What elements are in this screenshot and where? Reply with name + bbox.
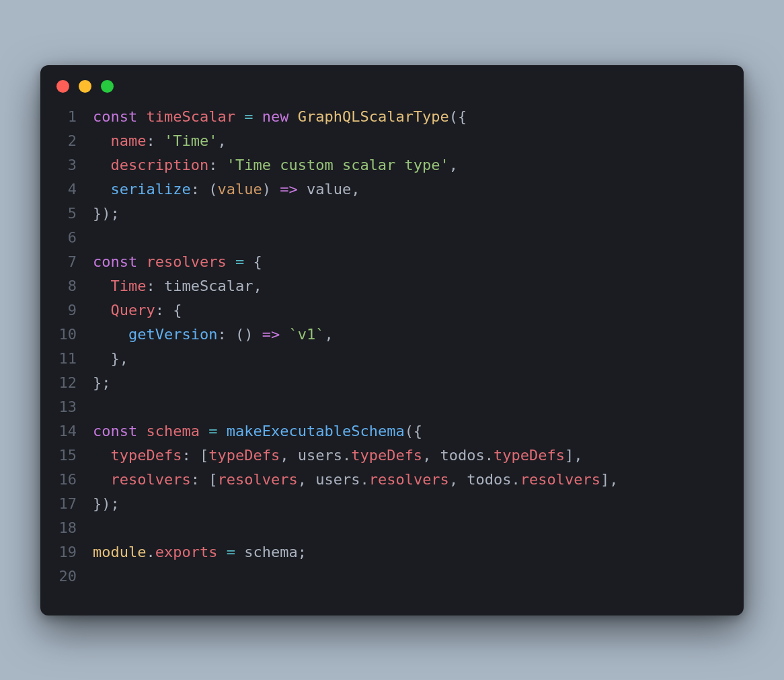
- code-line: 15 typeDefs: [typeDefs, users.typeDefs, …: [56, 443, 728, 468]
- line-number: 15: [56, 443, 93, 468]
- line-content: Query: {: [93, 298, 182, 323]
- code-line: 7const resolvers = {: [56, 250, 728, 274]
- line-content: name: 'Time',: [93, 129, 227, 153]
- code-line: 12};: [56, 371, 728, 395]
- line-content: module.exports = schema;: [93, 540, 307, 564]
- line-content: const timeScalar = new GraphQLScalarType…: [93, 105, 467, 129]
- code-line: 6: [56, 226, 728, 250]
- line-content: [93, 516, 102, 540]
- line-number: 14: [56, 419, 93, 443]
- code-window: 1const timeScalar = new GraphQLScalarTyp…: [40, 65, 744, 615]
- code-line: 16 resolvers: [resolvers, users.resolver…: [56, 468, 728, 492]
- code-line: 8 Time: timeScalar,: [56, 274, 728, 298]
- line-content: description: 'Time custom scalar type',: [93, 153, 458, 177]
- code-line: 3 description: 'Time custom scalar type'…: [56, 153, 728, 177]
- line-content: Time: timeScalar,: [93, 274, 262, 298]
- line-number: 6: [56, 226, 93, 250]
- minimize-icon[interactable]: [79, 80, 91, 93]
- line-number: 9: [56, 298, 93, 323]
- line-number: 17: [56, 492, 93, 516]
- line-content: const schema = makeExecutableSchema({: [93, 419, 422, 443]
- line-number: 10: [56, 323, 93, 347]
- line-number: 1: [56, 105, 93, 129]
- line-number: 5: [56, 202, 93, 226]
- code-line: 5});: [56, 202, 728, 226]
- line-number: 11: [56, 347, 93, 371]
- window-titlebar: [40, 65, 744, 99]
- line-number: 16: [56, 468, 93, 492]
- code-line: 18: [56, 516, 728, 540]
- line-number: 20: [56, 564, 93, 589]
- line-number: 4: [56, 177, 93, 202]
- code-line: 10 getVersion: () => `v1`,: [56, 323, 728, 347]
- line-number: 7: [56, 250, 93, 274]
- line-content: });: [93, 492, 120, 516]
- code-line: 1const timeScalar = new GraphQLScalarTyp…: [56, 105, 728, 129]
- zoom-icon[interactable]: [101, 80, 114, 93]
- code-line: 2 name: 'Time',: [56, 129, 728, 153]
- line-number: 19: [56, 540, 93, 564]
- line-number: 18: [56, 516, 93, 540]
- line-content: },: [93, 347, 128, 371]
- code-line: 9 Query: {: [56, 298, 728, 323]
- line-content: resolvers: [resolvers, users.resolvers, …: [93, 468, 619, 492]
- line-number: 3: [56, 153, 93, 177]
- line-content: };: [93, 371, 111, 395]
- line-content: serialize: (value) => value,: [93, 177, 360, 202]
- code-line: 20: [56, 564, 728, 589]
- code-line: 17});: [56, 492, 728, 516]
- line-number: 12: [56, 371, 93, 395]
- line-content: typeDefs: [typeDefs, users.typeDefs, tod…: [93, 443, 583, 468]
- line-number: 8: [56, 274, 93, 298]
- line-content: [93, 564, 102, 589]
- code-line: 19module.exports = schema;: [56, 540, 728, 564]
- line-number: 13: [56, 395, 93, 419]
- close-icon[interactable]: [56, 80, 69, 93]
- line-content: [93, 395, 102, 419]
- line-content: });: [93, 202, 120, 226]
- line-number: 2: [56, 129, 93, 153]
- code-line: 4 serialize: (value) => value,: [56, 177, 728, 202]
- code-line: 13: [56, 395, 728, 419]
- line-content: const resolvers = {: [93, 250, 262, 274]
- line-content: getVersion: () => `v1`,: [93, 323, 334, 347]
- code-editor[interactable]: 1const timeScalar = new GraphQLScalarTyp…: [40, 99, 744, 615]
- code-line: 11 },: [56, 347, 728, 371]
- line-content: [93, 226, 102, 250]
- code-line: 14const schema = makeExecutableSchema({: [56, 419, 728, 443]
